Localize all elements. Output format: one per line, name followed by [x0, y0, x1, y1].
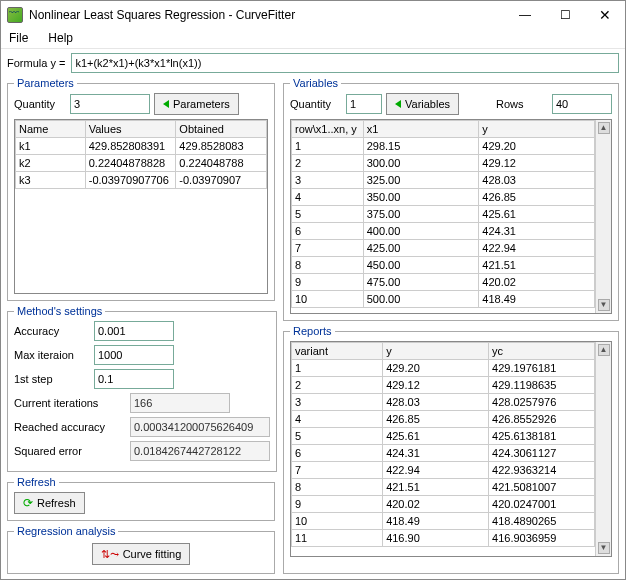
table-row[interactable]: 10500.00418.49 — [292, 291, 595, 308]
cell-name[interactable]: k2 — [16, 155, 86, 172]
cell-y[interactable]: 429.12 — [479, 155, 595, 172]
table-row[interactable]: k3-0.03970907706-0.03970907 — [16, 172, 267, 189]
cell-y[interactable]: 422.94 — [479, 240, 595, 257]
table-row[interactable]: 7425.00422.94 — [292, 240, 595, 257]
cell-variant[interactable]: 4 — [292, 411, 383, 428]
cell-y[interactable]: 424.31 — [383, 445, 489, 462]
cell-value[interactable]: 429.852808391 — [85, 138, 176, 155]
cell-value[interactable]: 0.22404878828 — [85, 155, 176, 172]
cell-name[interactable]: k3 — [16, 172, 86, 189]
menu-help[interactable]: Help — [44, 29, 77, 48]
cell-y[interactable]: 429.20 — [479, 138, 595, 155]
cell-y[interactable]: 429.20 — [383, 360, 489, 377]
table-row[interactable]: 4350.00426.85 — [292, 189, 595, 206]
cell-variant[interactable]: 6 — [292, 445, 383, 462]
scroll-up-icon[interactable]: ▲ — [598, 344, 610, 356]
scroll-down-icon[interactable]: ▼ — [598, 299, 610, 311]
cell-obtained[interactable]: 0.224048788 — [176, 155, 267, 172]
table-row[interactable]: 1298.15429.20 — [292, 138, 595, 155]
curve-fitting-button[interactable]: ⇅⤳Curve fitting — [92, 543, 191, 565]
cell-y[interactable]: 420.02 — [383, 496, 489, 513]
cell-row[interactable]: 6 — [292, 223, 364, 240]
table-row[interactable]: k20.224048788280.224048788 — [16, 155, 267, 172]
cell-row[interactable]: 5 — [292, 206, 364, 223]
cell-y[interactable]: 422.94 — [383, 462, 489, 479]
table-row[interactable]: 7422.94422.9363214 — [292, 462, 595, 479]
cell-y[interactable]: 428.03 — [383, 394, 489, 411]
cell-yc[interactable]: 429.1198635 — [489, 377, 595, 394]
table-row[interactable]: 5375.00425.61 — [292, 206, 595, 223]
cell-y[interactable]: 424.31 — [479, 223, 595, 240]
maxiter-input[interactable] — [94, 345, 174, 365]
cell-yc[interactable]: 424.3061127 — [489, 445, 595, 462]
cell-x1[interactable]: 298.15 — [363, 138, 479, 155]
cell-x1[interactable]: 400.00 — [363, 223, 479, 240]
cell-yc[interactable]: 425.6138181 — [489, 428, 595, 445]
cell-variant[interactable]: 8 — [292, 479, 383, 496]
cell-name[interactable]: k1 — [16, 138, 86, 155]
cell-y[interactable]: 428.03 — [479, 172, 595, 189]
cell-row[interactable]: 10 — [292, 291, 364, 308]
cell-y[interactable]: 420.02 — [479, 274, 595, 291]
scroll-up-icon[interactable]: ▲ — [598, 122, 610, 134]
cell-variant[interactable]: 2 — [292, 377, 383, 394]
formula-input[interactable] — [71, 53, 619, 73]
cell-x1[interactable]: 425.00 — [363, 240, 479, 257]
cell-y[interactable]: 426.85 — [479, 189, 595, 206]
table-row[interactable]: k1429.852808391429.8528083 — [16, 138, 267, 155]
variables-scrollbar[interactable]: ▲ ▼ — [595, 120, 611, 313]
maximize-button[interactable]: ☐ — [545, 1, 585, 29]
table-row[interactable]: 2429.12429.1198635 — [292, 377, 595, 394]
minimize-button[interactable]: — — [505, 1, 545, 29]
cell-yc[interactable]: 420.0247001 — [489, 496, 595, 513]
table-row[interactable]: 1429.20429.1976181 — [292, 360, 595, 377]
table-row[interactable]: 2300.00429.12 — [292, 155, 595, 172]
rows-input[interactable] — [552, 94, 612, 114]
cell-yc[interactable]: 422.9363214 — [489, 462, 595, 479]
cell-yc[interactable]: 421.5081007 — [489, 479, 595, 496]
cell-x1[interactable]: 350.00 — [363, 189, 479, 206]
cell-x1[interactable]: 500.00 — [363, 291, 479, 308]
cell-variant[interactable]: 7 — [292, 462, 383, 479]
cell-y[interactable]: 426.85 — [383, 411, 489, 428]
table-row[interactable]: 6424.31424.3061127 — [292, 445, 595, 462]
cell-y[interactable]: 425.61 — [479, 206, 595, 223]
cell-y[interactable]: 425.61 — [383, 428, 489, 445]
cell-obtained[interactable]: -0.03970907 — [176, 172, 267, 189]
cell-row[interactable]: 7 — [292, 240, 364, 257]
cell-variant[interactable]: 11 — [292, 530, 383, 547]
cell-y[interactable]: 418.49 — [383, 513, 489, 530]
menu-file[interactable]: File — [5, 29, 32, 48]
cell-yc[interactable]: 426.8552926 — [489, 411, 595, 428]
cell-variant[interactable]: 10 — [292, 513, 383, 530]
table-row[interactable]: 3325.00428.03 — [292, 172, 595, 189]
table-row[interactable]: 6400.00424.31 — [292, 223, 595, 240]
scroll-down-icon[interactable]: ▼ — [598, 542, 610, 554]
table-row[interactable]: 8450.00421.51 — [292, 257, 595, 274]
table-row[interactable]: 9475.00420.02 — [292, 274, 595, 291]
cell-value[interactable]: -0.03970907706 — [85, 172, 176, 189]
cell-yc[interactable]: 418.4890265 — [489, 513, 595, 530]
cell-variant[interactable]: 9 — [292, 496, 383, 513]
cell-y[interactable]: 416.90 — [383, 530, 489, 547]
reports-scrollbar[interactable]: ▲ ▼ — [595, 342, 611, 556]
accuracy-input[interactable] — [94, 321, 174, 341]
table-row[interactable]: 8421.51421.5081007 — [292, 479, 595, 496]
cell-x1[interactable]: 325.00 — [363, 172, 479, 189]
cell-row[interactable]: 3 — [292, 172, 364, 189]
cell-variant[interactable]: 5 — [292, 428, 383, 445]
cell-yc[interactable]: 416.9036959 — [489, 530, 595, 547]
parameters-table[interactable]: Name Values Obtained k1429.852808391429.… — [15, 120, 267, 189]
cell-row[interactable]: 8 — [292, 257, 364, 274]
cell-yc[interactable]: 429.1976181 — [489, 360, 595, 377]
cell-y[interactable]: 429.12 — [383, 377, 489, 394]
cell-row[interactable]: 2 — [292, 155, 364, 172]
reports-table[interactable]: variant y yc 1429.20429.19761812429.1242… — [291, 342, 595, 547]
cell-y[interactable]: 418.49 — [479, 291, 595, 308]
table-row[interactable]: 5425.61425.6138181 — [292, 428, 595, 445]
cell-x1[interactable]: 450.00 — [363, 257, 479, 274]
cell-obtained[interactable]: 429.8528083 — [176, 138, 267, 155]
cell-x1[interactable]: 300.00 — [363, 155, 479, 172]
table-row[interactable]: 10418.49418.4890265 — [292, 513, 595, 530]
cell-y[interactable]: 421.51 — [383, 479, 489, 496]
